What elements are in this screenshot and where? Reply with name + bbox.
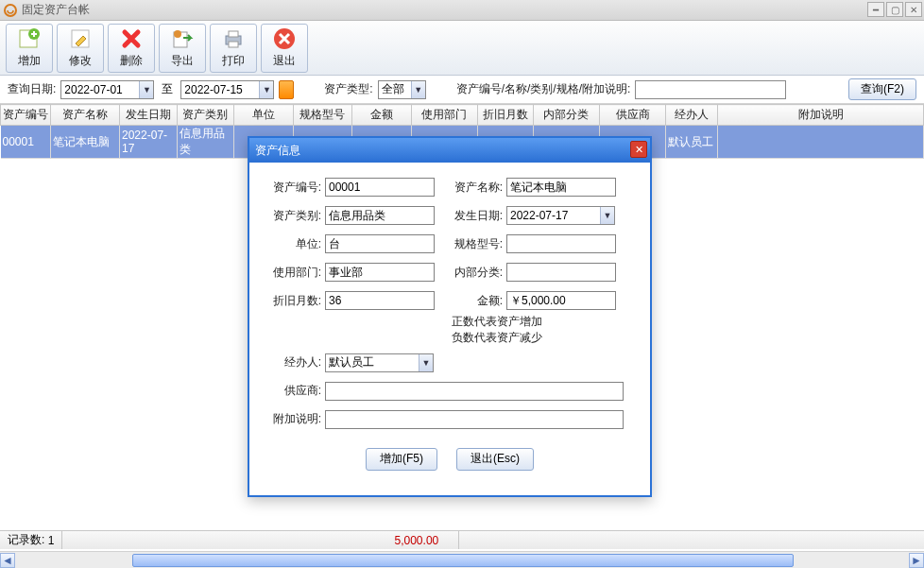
col-header[interactable]: 供应商 (599, 105, 665, 126)
occur-date-input[interactable] (507, 207, 600, 224)
edit-label: 修改 (69, 53, 92, 69)
col-header[interactable]: 内部分类 (533, 105, 599, 126)
col-header[interactable]: 经办人 (666, 105, 718, 126)
col-header[interactable]: 发生日期 (120, 105, 178, 126)
status-bar: 记录数: 1 5,000.00 (0, 530, 924, 549)
unit-input[interactable] (325, 234, 435, 253)
edit-button[interactable]: 修改 (57, 24, 104, 73)
delete-icon (119, 26, 144, 51)
col-header[interactable]: 单位 (234, 105, 294, 126)
dept-label: 使用部门: (263, 265, 321, 281)
spec-input[interactable] (506, 234, 616, 253)
asset-name-label: 资产名称: (444, 180, 503, 196)
col-header[interactable]: 资产名称 (50, 105, 119, 126)
date-from-input[interactable] (61, 81, 139, 98)
exit-button[interactable]: 退出 (261, 24, 308, 73)
add-icon (17, 26, 42, 51)
filter-bar: 查询日期: ▼ 至 ▼ 资产类型: ▼ 资产编号/名称/类别/规格/附加说明: … (0, 76, 924, 104)
spec-label: 规格型号: (444, 236, 503, 252)
horizontal-scrollbar[interactable]: ◄ ► (0, 551, 924, 568)
dialog-titlebar[interactable]: 资产信息 ✕ (249, 138, 650, 163)
dialog-add-button[interactable]: 增加(F5) (366, 448, 437, 471)
add-label: 增加 (18, 53, 41, 69)
amount-note-line2: 负数代表资产减少 (452, 330, 637, 346)
export-button[interactable]: 导出 (159, 24, 206, 73)
handler-dropdown[interactable]: ▼ (325, 353, 434, 372)
svg-rect-8 (229, 42, 238, 47)
supplier-input[interactable] (325, 382, 624, 401)
main-toolbar: 增加 修改 删除 导出 打印 退出 (0, 21, 924, 76)
chevron-down-icon: ▼ (411, 81, 425, 98)
delete-label: 删除 (120, 53, 143, 69)
amount-input[interactable] (506, 291, 616, 310)
type-value[interactable] (379, 81, 411, 98)
amount-label: 金额: (444, 293, 503, 309)
asset-no-input[interactable] (325, 178, 435, 197)
dialog-close-button[interactable]: ✕ (630, 141, 647, 158)
total-amount: 5,000.00 (374, 531, 459, 549)
col-header[interactable]: 金额 (352, 105, 412, 126)
asset-name-input[interactable] (506, 178, 616, 197)
type-dropdown[interactable]: ▼ (378, 80, 426, 99)
unit-label: 单位: (263, 236, 321, 252)
occur-date-label: 发生日期: (444, 208, 503, 224)
exit-label: 退出 (273, 53, 296, 69)
type-label: 资产类型: (324, 81, 372, 97)
supplier-label: 供应商: (263, 383, 321, 399)
chevron-down-icon: ▼ (259, 81, 273, 98)
remark-input[interactable] (325, 410, 624, 429)
cell: 2022-07-17 (120, 126, 178, 159)
delete-button[interactable]: 删除 (108, 24, 155, 73)
scroll-thumb[interactable] (132, 554, 794, 567)
dept-input[interactable] (325, 263, 435, 282)
chevron-down-icon: ▼ (419, 354, 433, 371)
svg-rect-7 (229, 31, 238, 37)
category-input[interactable] (325, 206, 435, 225)
chevron-down-icon: ▼ (600, 207, 614, 224)
handler-input[interactable] (326, 354, 419, 371)
window-title: 固定资产台帐 (22, 2, 90, 18)
record-count-cell: 记录数: 1 (0, 531, 62, 549)
asset-info-dialog: 资产信息 ✕ 资产编号: 资产名称: 资产类别: 发生日期:▼ 单位: 规格型号… (248, 136, 652, 497)
cell: 默认员工 (666, 126, 718, 159)
col-header[interactable]: 使用部门 (411, 105, 477, 126)
asset-no-label: 资产编号: (263, 180, 321, 196)
scroll-right-arrow-icon[interactable]: ► (909, 553, 924, 568)
date-to-dropdown[interactable]: ▼ (180, 80, 274, 99)
col-header[interactable]: 资产类别 (177, 105, 234, 126)
col-header[interactable]: 折旧月数 (478, 105, 534, 126)
occur-date-picker[interactable]: ▼ (506, 206, 615, 225)
category-label: 资产类别: (263, 208, 321, 224)
search-input[interactable] (635, 80, 786, 99)
dialog-exit-button[interactable]: 退出(Esc) (456, 448, 534, 471)
query-button[interactable]: 查询(F2) (848, 78, 916, 100)
chevron-down-icon: ▼ (139, 81, 153, 98)
col-header[interactable]: 规格型号 (293, 105, 352, 126)
add-button[interactable]: 增加 (6, 24, 53, 73)
close-window-button[interactable]: ✕ (905, 2, 922, 17)
date-label: 查询日期: (8, 81, 56, 97)
date-preset-button[interactable] (279, 80, 294, 99)
dep-month-label: 折旧月数: (263, 293, 321, 309)
subcat-input[interactable] (506, 263, 616, 282)
edit-icon (68, 26, 93, 51)
print-label: 打印 (222, 53, 245, 69)
print-icon (221, 26, 246, 51)
print-button[interactable]: 打印 (210, 24, 257, 73)
svg-point-0 (5, 5, 16, 16)
minimize-button[interactable]: ━ (867, 2, 884, 17)
date-to-input[interactable] (181, 81, 259, 98)
exit-icon (272, 26, 297, 51)
subcat-label: 内部分类: (444, 265, 503, 281)
app-icon (4, 4, 17, 17)
titlebar: 固定资产台帐 ━ ▢ ✕ (0, 0, 924, 21)
col-header[interactable]: 资产编号 (1, 105, 51, 126)
remark-label: 附加说明: (263, 411, 321, 427)
search-label: 资产编号/名称/类别/规格/附加说明: (456, 81, 631, 97)
date-from-dropdown[interactable]: ▼ (60, 80, 154, 99)
dep-month-input[interactable] (325, 291, 435, 310)
scroll-left-arrow-icon[interactable]: ◄ (0, 553, 15, 568)
col-header[interactable]: 附加说明 (718, 105, 924, 126)
maximize-button[interactable]: ▢ (886, 2, 903, 17)
amount-note: 正数代表资产增加 负数代表资产减少 (452, 314, 637, 346)
